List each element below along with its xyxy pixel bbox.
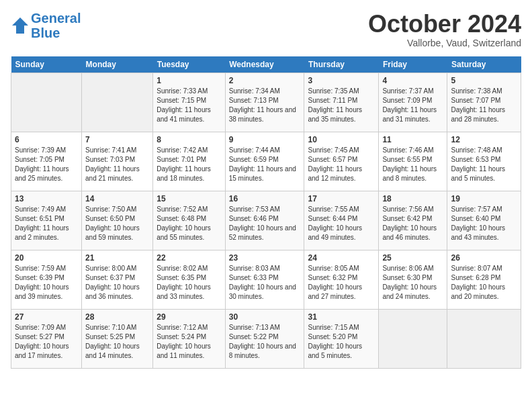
calendar-cell: 11Sunrise: 7:46 AMSunset: 6:55 PMDayligh… [379, 132, 447, 191]
day-number: 18 [382, 194, 443, 203]
day-info: Sunrise: 7:50 AMSunset: 6:50 PMDaylight:… [85, 205, 149, 242]
calendar-cell: 22Sunrise: 8:02 AMSunset: 6:35 PMDayligh… [153, 250, 226, 309]
day-info: Sunrise: 7:37 AMSunset: 7:09 PMDaylight:… [382, 87, 443, 124]
calendar-cell [82, 73, 153, 132]
weekday-header-monday: Monday [82, 56, 153, 73]
calendar-cell: 14Sunrise: 7:50 AMSunset: 6:50 PMDayligh… [82, 191, 153, 250]
day-info: Sunrise: 7:42 AMSunset: 7:01 PMDaylight:… [157, 146, 222, 183]
logo-line1: General [31, 11, 81, 26]
calendar-cell: 19Sunrise: 7:57 AMSunset: 6:40 PMDayligh… [447, 191, 521, 250]
day-info: Sunrise: 7:46 AMSunset: 6:55 PMDaylight:… [382, 146, 443, 183]
day-info: Sunrise: 8:07 AMSunset: 6:28 PMDaylight:… [451, 264, 517, 302]
day-info: Sunrise: 7:09 AMSunset: 5:27 PMDaylight:… [15, 323, 78, 361]
day-number: 22 [157, 253, 222, 263]
title-block: October 2024 Vallorbe, Vaud, Switzerland [368, 11, 521, 48]
day-number: 19 [451, 194, 517, 203]
day-number: 4 [382, 76, 443, 85]
calendar-cell: 13Sunrise: 7:49 AMSunset: 6:51 PMDayligh… [11, 191, 82, 250]
day-number: 20 [15, 253, 78, 263]
calendar-cell [11, 73, 82, 132]
day-number: 2 [229, 76, 301, 85]
day-info: Sunrise: 8:03 AMSunset: 6:33 PMDaylight:… [229, 264, 301, 302]
month-title: October 2024 [368, 11, 521, 38]
day-number: 8 [157, 135, 222, 144]
calendar-table: SundayMondayTuesdayWednesdayThursdayFrid… [11, 56, 521, 369]
day-number: 11 [382, 135, 443, 144]
weekday-header-sunday: Sunday [11, 56, 82, 73]
day-number: 10 [308, 135, 375, 144]
weekday-header-wednesday: Wednesday [225, 56, 304, 73]
location: Vallorbe, Vaud, Switzerland [368, 38, 521, 48]
day-info: Sunrise: 7:10 AMSunset: 5:25 PMDaylight:… [85, 323, 149, 361]
weekday-header-friday: Friday [379, 56, 447, 73]
day-info: Sunrise: 8:06 AMSunset: 6:30 PMDaylight:… [382, 264, 443, 302]
day-info: Sunrise: 7:52 AMSunset: 6:48 PMDaylight:… [157, 205, 222, 242]
day-info: Sunrise: 7:53 AMSunset: 6:46 PMDaylight:… [229, 205, 301, 242]
calendar-cell [379, 309, 447, 368]
day-number: 16 [229, 194, 301, 203]
day-info: Sunrise: 7:57 AMSunset: 6:40 PMDaylight:… [451, 205, 517, 242]
logo-icon [11, 16, 30, 35]
calendar-cell: 31Sunrise: 7:15 AMSunset: 5:20 PMDayligh… [304, 309, 379, 368]
day-number: 12 [451, 135, 517, 144]
calendar-week-row: 27Sunrise: 7:09 AMSunset: 5:27 PMDayligh… [11, 309, 521, 368]
day-info: Sunrise: 8:00 AMSunset: 6:37 PMDaylight:… [85, 264, 149, 302]
day-info: Sunrise: 7:34 AMSunset: 7:13 PMDaylight:… [229, 87, 301, 124]
day-info: Sunrise: 7:13 AMSunset: 5:22 PMDaylight:… [229, 323, 301, 361]
calendar-cell: 9Sunrise: 7:44 AMSunset: 6:59 PMDaylight… [225, 132, 304, 191]
day-info: Sunrise: 7:15 AMSunset: 5:20 PMDaylight:… [308, 323, 375, 361]
day-info: Sunrise: 7:49 AMSunset: 6:51 PMDaylight:… [15, 205, 78, 242]
day-number: 5 [451, 76, 517, 85]
day-info: Sunrise: 7:56 AMSunset: 6:42 PMDaylight:… [382, 205, 443, 242]
day-info: Sunrise: 7:39 AMSunset: 7:05 PMDaylight:… [15, 146, 78, 183]
day-info: Sunrise: 7:48 AMSunset: 6:53 PMDaylight:… [451, 146, 517, 183]
calendar-cell [447, 309, 521, 368]
calendar-cell: 10Sunrise: 7:45 AMSunset: 6:57 PMDayligh… [304, 132, 379, 191]
day-number: 27 [15, 312, 78, 322]
day-number: 13 [15, 194, 78, 203]
calendar-cell: 30Sunrise: 7:13 AMSunset: 5:22 PMDayligh… [225, 309, 304, 368]
calendar-cell: 7Sunrise: 7:41 AMSunset: 7:03 PMDaylight… [82, 132, 153, 191]
calendar-cell: 17Sunrise: 7:55 AMSunset: 6:44 PMDayligh… [304, 191, 379, 250]
calendar-cell: 18Sunrise: 7:56 AMSunset: 6:42 PMDayligh… [379, 191, 447, 250]
day-info: Sunrise: 7:38 AMSunset: 7:07 PMDaylight:… [451, 87, 517, 124]
calendar-cell: 3Sunrise: 7:35 AMSunset: 7:11 PMDaylight… [304, 73, 379, 132]
day-number: 30 [229, 312, 301, 322]
day-number: 24 [308, 253, 375, 263]
day-number: 14 [85, 194, 149, 203]
calendar-cell: 15Sunrise: 7:52 AMSunset: 6:48 PMDayligh… [153, 191, 226, 250]
logo-line2: Blue [31, 26, 60, 40]
logo: General Blue [11, 11, 81, 40]
day-info: Sunrise: 7:45 AMSunset: 6:57 PMDaylight:… [308, 146, 375, 183]
calendar-week-row: 20Sunrise: 7:59 AMSunset: 6:39 PMDayligh… [11, 250, 521, 309]
calendar-cell: 20Sunrise: 7:59 AMSunset: 6:39 PMDayligh… [11, 250, 82, 309]
calendar-cell: 26Sunrise: 8:07 AMSunset: 6:28 PMDayligh… [447, 250, 521, 309]
day-number: 7 [85, 135, 149, 144]
day-info: Sunrise: 7:33 AMSunset: 7:15 PMDaylight:… [157, 87, 222, 124]
calendar-cell: 23Sunrise: 8:03 AMSunset: 6:33 PMDayligh… [225, 250, 304, 309]
day-info: Sunrise: 7:44 AMSunset: 6:59 PMDaylight:… [229, 146, 301, 183]
calendar-week-row: 6Sunrise: 7:39 AMSunset: 7:05 PMDaylight… [11, 132, 521, 191]
day-info: Sunrise: 7:59 AMSunset: 6:39 PMDaylight:… [15, 264, 78, 302]
calendar-week-row: 13Sunrise: 7:49 AMSunset: 6:51 PMDayligh… [11, 191, 521, 250]
calendar-cell: 25Sunrise: 8:06 AMSunset: 6:30 PMDayligh… [379, 250, 447, 309]
weekday-header-saturday: Saturday [447, 56, 521, 73]
day-number: 29 [157, 312, 222, 322]
day-number: 1 [157, 76, 222, 85]
page-header: General Blue October 2024 Vallorbe, Vaud… [11, 11, 521, 48]
weekday-header-thursday: Thursday [304, 56, 379, 73]
day-number: 31 [308, 312, 375, 322]
weekday-header-row: SundayMondayTuesdayWednesdayThursdayFrid… [11, 56, 521, 73]
calendar-cell: 16Sunrise: 7:53 AMSunset: 6:46 PMDayligh… [225, 191, 304, 250]
weekday-header-tuesday: Tuesday [153, 56, 226, 73]
calendar-cell: 2Sunrise: 7:34 AMSunset: 7:13 PMDaylight… [225, 73, 304, 132]
calendar-cell: 12Sunrise: 7:48 AMSunset: 6:53 PMDayligh… [447, 132, 521, 191]
day-number: 28 [85, 312, 149, 322]
svg-marker-0 [12, 17, 28, 34]
day-number: 15 [157, 194, 222, 203]
day-number: 21 [85, 253, 149, 263]
day-number: 9 [229, 135, 301, 144]
calendar-cell: 24Sunrise: 8:05 AMSunset: 6:32 PMDayligh… [304, 250, 379, 309]
calendar-cell: 8Sunrise: 7:42 AMSunset: 7:01 PMDaylight… [153, 132, 226, 191]
day-number: 26 [451, 253, 517, 263]
